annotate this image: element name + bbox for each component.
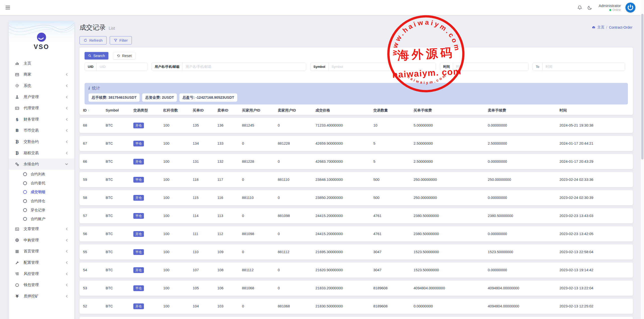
table-cell: 67: [83, 141, 106, 145]
table-cell: 4094804.00000000: [414, 286, 488, 290]
sidebar-item[interactable]: 永续合约: [9, 158, 74, 170]
column-header[interactable]: 杠杆倍数: [163, 108, 193, 113]
table-cell: BTC: [106, 214, 133, 218]
table-cell: 3047: [373, 250, 414, 254]
sidebar-item-label: 永续合约: [24, 162, 39, 167]
table-cell: 100: [163, 268, 193, 272]
user-block[interactable]: Administrator Online: [599, 3, 621, 12]
sidebar-item-label: 财务管理: [24, 117, 39, 122]
table-cell: 0.00000000: [488, 159, 559, 164]
column-header[interactable]: 交易类型: [133, 108, 163, 113]
table-cell: 2380.50000000: [414, 214, 488, 218]
sidebar-item-label: 钱包管理: [24, 283, 39, 287]
refresh-button[interactable]: Refresh: [79, 36, 107, 44]
table-cell: 100: [163, 286, 193, 290]
table-cell: 2380.50000000: [488, 214, 559, 218]
table-cell: 250.00000000: [488, 178, 559, 182]
table-cell: 1523.50000000: [488, 250, 559, 254]
bitcoin-icon: ₿: [14, 151, 20, 155]
sidebar-item[interactable]: 系统: [9, 80, 74, 91]
sidebar-subitem[interactable]: 成交明细: [9, 188, 74, 197]
column-header[interactable]: Symbol: [106, 108, 133, 112]
search-button[interactable]: Search: [85, 52, 108, 60]
hamburger-menu-icon[interactable]: [6, 6, 10, 10]
table-cell: 2.50000000: [414, 141, 488, 145]
sidebar-item[interactable]: ₿期权交易: [9, 147, 74, 159]
column-header[interactable]: 买单ID: [193, 108, 217, 113]
table-row: 57BTC平仓100114113088109824415.20000000476…: [79, 208, 633, 223]
filter-input[interactable]: [543, 63, 625, 71]
column-header[interactable]: 成交价格: [315, 108, 373, 113]
sidebar-subitem[interactable]: 穿仓记录: [9, 205, 74, 215]
scrollbar-thumb[interactable]: [641, 14, 643, 159]
table-cell: 113: [217, 214, 242, 218]
filter-input[interactable]: [453, 63, 528, 71]
trade-type-badge: 开仓: [133, 267, 144, 273]
sidebar-item[interactable]: 风控管理: [9, 268, 74, 280]
table-cell: BTC: [106, 123, 133, 127]
sidebar-item[interactable]: 申购管理: [9, 235, 74, 246]
table-cell: 100: [163, 250, 193, 254]
table-cell: 100: [163, 141, 193, 145]
table-cell: 4761: [373, 214, 414, 218]
column-header[interactable]: 卖家用户ID: [278, 108, 315, 113]
sidebar-item[interactable]: 用户管理: [9, 91, 74, 103]
table-cell: 103: [217, 304, 242, 308]
column-header[interactable]: ID↑: [83, 108, 106, 112]
sidebar-item[interactable]: $财务管理: [9, 114, 74, 125]
sidebar-item-label: 期权交易: [24, 151, 39, 155]
filter-input[interactable]: [97, 63, 147, 71]
stats-badges: 总手续费: 381754615USDT总资金费: 2USDT总盈亏: -1242…: [89, 93, 624, 102]
page-subtitle: List: [109, 26, 115, 31]
column-header[interactable]: 买家用户ID: [242, 108, 278, 113]
sidebar-item[interactable]: B币币交易: [9, 125, 74, 136]
filter-input[interactable]: [183, 63, 306, 71]
dark-mode-moon-icon[interactable]: [587, 5, 593, 10]
table-cell: 108: [217, 268, 242, 272]
filter-button[interactable]: Filter: [110, 36, 132, 44]
search-buttons-row: Search Reset: [85, 52, 628, 60]
table-cell: 开仓: [133, 267, 163, 273]
table-cell: 0: [242, 214, 278, 218]
sidebar-item[interactable]: ₿交割合约: [9, 136, 74, 147]
filter-input[interactable]: [329, 63, 436, 71]
sidebar-item[interactable]: 钱包管理: [9, 279, 74, 291]
bell-icon[interactable]: [577, 5, 583, 10]
chart-bars-icon: [14, 61, 20, 66]
table-cell: 21695.30000000: [315, 250, 373, 254]
table-cell: 8189608: [373, 304, 414, 308]
avatar[interactable]: [625, 3, 635, 13]
table-cell: 开仓: [133, 303, 163, 309]
online-status-dot: [609, 9, 611, 11]
column-header[interactable]: 买单手续费: [414, 108, 488, 113]
table-cell: 0: [278, 232, 315, 236]
sidebar-item[interactable]: 代理管理: [9, 102, 74, 114]
sidebar-item[interactable]: 主页: [9, 58, 74, 69]
table-cell: 54: [83, 268, 106, 272]
sidebar-item[interactable]: 配置管理: [9, 257, 74, 268]
table-cell: BTC: [106, 304, 133, 308]
breadcrumb-current[interactable]: Contract-Order: [609, 25, 632, 29]
sidebar-item[interactable]: 文章管理: [9, 224, 74, 235]
reset-button[interactable]: Reset: [113, 52, 135, 60]
table-cell: 24415.20000000: [315, 214, 373, 218]
column-header[interactable]: 卖单手续费: [488, 108, 559, 113]
sidebar-subitem[interactable]: 合约持仓: [9, 197, 74, 206]
column-header[interactable]: 卖单ID: [217, 108, 242, 113]
breadcrumb-home[interactable]: 主页: [597, 25, 605, 30]
sort-asc-icon: ↑: [88, 109, 90, 112]
table-cell: 100: [163, 232, 193, 236]
sidebar-item[interactable]: 首页管理: [9, 246, 74, 257]
radio-circle-icon: [23, 217, 27, 221]
table-cell: 0: [278, 286, 315, 290]
table-cell: 开仓: [133, 231, 163, 237]
main-content: 成交记录 List 主页 / Contract-Order Refresh Fi…: [79, 15, 633, 319]
sidebar-item[interactable]: 商家: [9, 69, 74, 80]
sidebar-subitem[interactable]: 合约委托: [9, 179, 74, 188]
sidebar-item[interactable]: ¥质押挖矿: [9, 291, 74, 302]
column-header[interactable]: 时间: [559, 108, 629, 113]
sidebar-subitem[interactable]: 合约账户: [9, 215, 74, 224]
filter-label: Symbol: [310, 63, 329, 71]
sidebar-subitem[interactable]: 合约列表: [9, 170, 74, 179]
column-header[interactable]: 交易数量: [373, 108, 414, 113]
